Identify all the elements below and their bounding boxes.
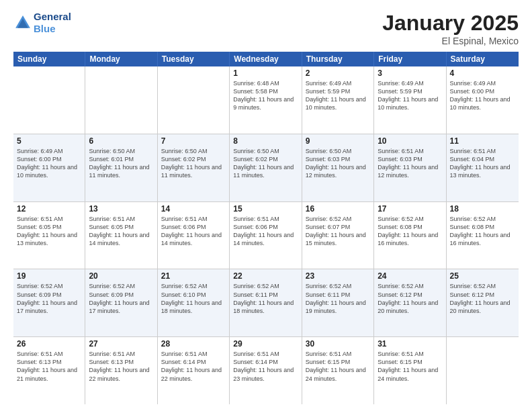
calendar-cell: 30Sunrise: 6:51 AM Sunset: 6:15 PM Dayli… xyxy=(302,337,374,404)
cell-info: Sunrise: 6:49 AM Sunset: 6:00 PM Dayligh… xyxy=(17,147,81,180)
cell-info: Sunrise: 6:51 AM Sunset: 6:05 PM Dayligh… xyxy=(89,215,153,248)
day-number: 26 xyxy=(17,339,81,349)
cell-info: Sunrise: 6:50 AM Sunset: 6:03 PM Dayligh… xyxy=(306,147,370,180)
cell-info: Sunrise: 6:51 AM Sunset: 6:05 PM Dayligh… xyxy=(17,215,81,248)
calendar-row: 1Sunrise: 6:48 AM Sunset: 5:58 PM Daylig… xyxy=(13,66,519,134)
calendar-cell xyxy=(85,66,157,134)
day-number: 5 xyxy=(17,136,81,146)
cell-info: Sunrise: 6:52 AM Sunset: 6:08 PM Dayligh… xyxy=(450,215,515,248)
calendar-cell: 1Sunrise: 6:48 AM Sunset: 5:58 PM Daylig… xyxy=(230,66,302,134)
day-number: 25 xyxy=(450,271,515,281)
day-number: 2 xyxy=(306,68,370,78)
cell-info: Sunrise: 6:49 AM Sunset: 5:59 PM Dayligh… xyxy=(378,79,442,112)
calendar-cell: 18Sunrise: 6:52 AM Sunset: 6:08 PM Dayli… xyxy=(447,202,519,269)
cell-info: Sunrise: 6:51 AM Sunset: 6:14 PM Dayligh… xyxy=(161,350,226,383)
calendar-cell xyxy=(13,66,85,134)
day-number: 14 xyxy=(161,204,226,214)
calendar-cell xyxy=(447,337,519,404)
day-number: 23 xyxy=(306,271,370,281)
cell-info: Sunrise: 6:52 AM Sunset: 6:09 PM Dayligh… xyxy=(17,282,81,315)
calendar-header-cell: Thursday xyxy=(302,52,374,66)
calendar-title: January 2025 xyxy=(382,11,519,36)
day-number: 16 xyxy=(306,204,370,214)
calendar: SundayMondayTuesdayWednesdayThursdayFrid… xyxy=(13,52,519,404)
cell-info: Sunrise: 6:52 AM Sunset: 6:10 PM Dayligh… xyxy=(161,282,226,315)
calendar-header-cell: Friday xyxy=(374,52,446,66)
calendar-body: 1Sunrise: 6:48 AM Sunset: 5:58 PM Daylig… xyxy=(13,66,519,404)
logo: General Blue xyxy=(13,11,71,35)
cell-info: Sunrise: 6:52 AM Sunset: 6:11 PM Dayligh… xyxy=(233,282,298,315)
logo-icon xyxy=(13,13,32,32)
day-number: 24 xyxy=(378,271,442,281)
calendar-cell: 2Sunrise: 6:49 AM Sunset: 5:59 PM Daylig… xyxy=(302,66,374,134)
calendar-header-cell: Monday xyxy=(85,52,157,66)
cell-info: Sunrise: 6:51 AM Sunset: 6:14 PM Dayligh… xyxy=(233,350,298,383)
calendar-header-row: SundayMondayTuesdayWednesdayThursdayFrid… xyxy=(13,52,519,66)
calendar-cell: 21Sunrise: 6:52 AM Sunset: 6:10 PM Dayli… xyxy=(158,269,230,336)
page: General Blue January 2025 El Espinal, Me… xyxy=(0,0,532,411)
day-number: 7 xyxy=(161,136,226,146)
calendar-cell: 3Sunrise: 6:49 AM Sunset: 5:59 PM Daylig… xyxy=(374,66,446,134)
cell-info: Sunrise: 6:48 AM Sunset: 5:58 PM Dayligh… xyxy=(233,79,298,112)
cell-info: Sunrise: 6:50 AM Sunset: 6:02 PM Dayligh… xyxy=(161,147,226,180)
calendar-cell: 8Sunrise: 6:50 AM Sunset: 6:02 PM Daylig… xyxy=(230,134,302,201)
cell-info: Sunrise: 6:51 AM Sunset: 6:06 PM Dayligh… xyxy=(161,215,226,248)
calendar-row: 5Sunrise: 6:49 AM Sunset: 6:00 PM Daylig… xyxy=(13,134,519,202)
day-number: 12 xyxy=(17,204,81,214)
cell-info: Sunrise: 6:50 AM Sunset: 6:01 PM Dayligh… xyxy=(89,147,153,180)
day-number: 4 xyxy=(450,68,515,78)
calendar-header-cell: Sunday xyxy=(13,52,85,66)
day-number: 15 xyxy=(233,204,298,214)
calendar-row: 26Sunrise: 6:51 AM Sunset: 6:13 PM Dayli… xyxy=(13,337,519,404)
calendar-cell: 5Sunrise: 6:49 AM Sunset: 6:00 PM Daylig… xyxy=(13,134,85,201)
day-number: 28 xyxy=(161,339,226,349)
day-number: 6 xyxy=(89,136,153,146)
calendar-cell xyxy=(158,66,230,134)
day-number: 30 xyxy=(306,339,370,349)
calendar-cell: 22Sunrise: 6:52 AM Sunset: 6:11 PM Dayli… xyxy=(230,269,302,336)
calendar-cell: 7Sunrise: 6:50 AM Sunset: 6:02 PM Daylig… xyxy=(158,134,230,201)
calendar-cell: 24Sunrise: 6:52 AM Sunset: 6:12 PM Dayli… xyxy=(374,269,446,336)
cell-info: Sunrise: 6:51 AM Sunset: 6:15 PM Dayligh… xyxy=(378,350,442,383)
cell-info: Sunrise: 6:52 AM Sunset: 6:09 PM Dayligh… xyxy=(89,282,153,315)
calendar-cell: 12Sunrise: 6:51 AM Sunset: 6:05 PM Dayli… xyxy=(13,202,85,269)
calendar-row: 19Sunrise: 6:52 AM Sunset: 6:09 PM Dayli… xyxy=(13,269,519,337)
day-number: 20 xyxy=(89,271,153,281)
cell-info: Sunrise: 6:52 AM Sunset: 6:12 PM Dayligh… xyxy=(450,282,515,315)
cell-info: Sunrise: 6:52 AM Sunset: 6:11 PM Dayligh… xyxy=(306,282,370,315)
day-number: 21 xyxy=(161,271,226,281)
calendar-cell: 4Sunrise: 6:49 AM Sunset: 6:00 PM Daylig… xyxy=(447,66,519,134)
day-number: 22 xyxy=(233,271,298,281)
day-number: 31 xyxy=(378,339,442,349)
calendar-header-cell: Tuesday xyxy=(158,52,230,66)
cell-info: Sunrise: 6:52 AM Sunset: 6:12 PM Dayligh… xyxy=(378,282,442,315)
calendar-subtitle: El Espinal, Mexico xyxy=(382,36,519,46)
calendar-cell: 20Sunrise: 6:52 AM Sunset: 6:09 PM Dayli… xyxy=(85,269,157,336)
title-block: January 2025 El Espinal, Mexico xyxy=(382,11,519,46)
day-number: 3 xyxy=(378,68,442,78)
calendar-cell: 6Sunrise: 6:50 AM Sunset: 6:01 PM Daylig… xyxy=(85,134,157,201)
cell-info: Sunrise: 6:52 AM Sunset: 6:07 PM Dayligh… xyxy=(306,215,370,248)
day-number: 18 xyxy=(450,204,515,214)
calendar-cell: 11Sunrise: 6:51 AM Sunset: 6:04 PM Dayli… xyxy=(447,134,519,201)
header: General Blue January 2025 El Espinal, Me… xyxy=(13,11,519,46)
cell-info: Sunrise: 6:50 AM Sunset: 6:02 PM Dayligh… xyxy=(233,147,298,180)
day-number: 13 xyxy=(89,204,153,214)
calendar-cell: 25Sunrise: 6:52 AM Sunset: 6:12 PM Dayli… xyxy=(447,269,519,336)
calendar-cell: 16Sunrise: 6:52 AM Sunset: 6:07 PM Dayli… xyxy=(302,202,374,269)
calendar-cell: 26Sunrise: 6:51 AM Sunset: 6:13 PM Dayli… xyxy=(13,337,85,404)
calendar-cell: 29Sunrise: 6:51 AM Sunset: 6:14 PM Dayli… xyxy=(230,337,302,404)
day-number: 17 xyxy=(378,204,442,214)
cell-info: Sunrise: 6:52 AM Sunset: 6:08 PM Dayligh… xyxy=(378,215,442,248)
cell-info: Sunrise: 6:49 AM Sunset: 6:00 PM Dayligh… xyxy=(450,79,515,112)
day-number: 29 xyxy=(233,339,298,349)
calendar-cell: 14Sunrise: 6:51 AM Sunset: 6:06 PM Dayli… xyxy=(158,202,230,269)
cell-info: Sunrise: 6:51 AM Sunset: 6:03 PM Dayligh… xyxy=(378,147,442,180)
logo-text: General Blue xyxy=(34,11,71,35)
calendar-cell: 15Sunrise: 6:51 AM Sunset: 6:06 PM Dayli… xyxy=(230,202,302,269)
calendar-cell: 9Sunrise: 6:50 AM Sunset: 6:03 PM Daylig… xyxy=(302,134,374,201)
cell-info: Sunrise: 6:51 AM Sunset: 6:04 PM Dayligh… xyxy=(450,147,515,180)
cell-info: Sunrise: 6:51 AM Sunset: 6:06 PM Dayligh… xyxy=(233,215,298,248)
calendar-cell: 27Sunrise: 6:51 AM Sunset: 6:13 PM Dayli… xyxy=(85,337,157,404)
cell-info: Sunrise: 6:51 AM Sunset: 6:15 PM Dayligh… xyxy=(306,350,370,383)
